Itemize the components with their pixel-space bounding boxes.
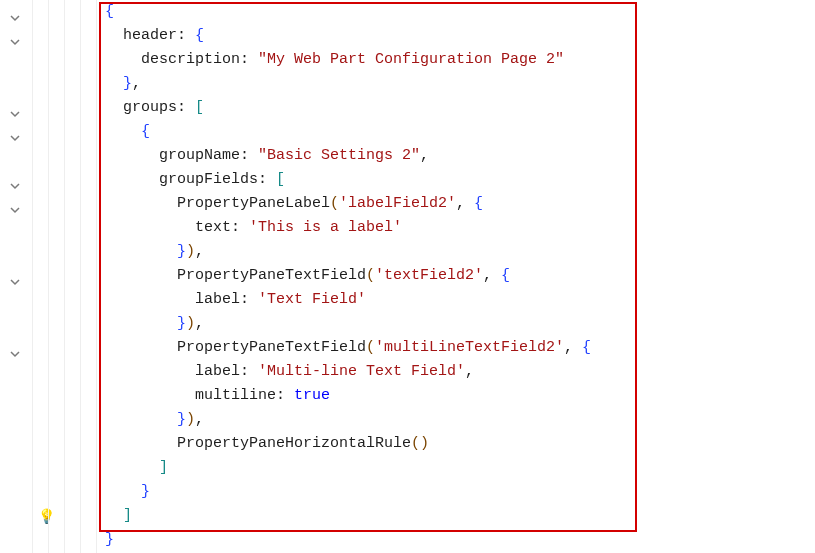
fold-chevron-icon[interactable] [9, 204, 21, 216]
fold-chevron-icon[interactable] [9, 12, 21, 24]
fold-chevron-icon[interactable] [9, 180, 21, 192]
fold-chevron-icon[interactable] [9, 36, 21, 48]
fold-chevron-icon[interactable] [9, 276, 21, 288]
code-editor[interactable]: 💡 { header: { description: "My Web Part … [0, 0, 815, 553]
code-area[interactable]: { header: { description: "My Web Part Co… [105, 0, 815, 553]
fold-gutter: 💡 [0, 0, 30, 553]
indent-guides [30, 0, 105, 553]
fold-chevron-icon[interactable] [9, 348, 21, 360]
fold-chevron-icon[interactable] [9, 132, 21, 144]
code-content[interactable]: { header: { description: "My Web Part Co… [105, 0, 815, 552]
fold-chevron-icon[interactable] [9, 108, 21, 120]
